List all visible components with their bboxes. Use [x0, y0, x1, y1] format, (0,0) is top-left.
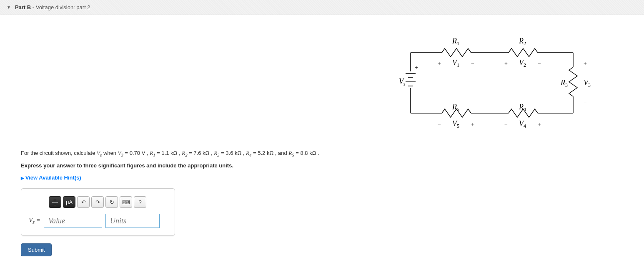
circuit-diagram: Vs + R1 + V1 − R2 + V2 − R3 V3 + − R4 −: [394, 28, 602, 136]
svg-text:Vs: Vs: [399, 77, 406, 87]
submit-button[interactable]: Submit: [21, 243, 52, 256]
svg-text:+: +: [471, 121, 474, 127]
caret-down-icon: ▼: [7, 5, 11, 10]
express-instruction: Express your answer to three significant…: [21, 162, 233, 169]
svg-text:V5: V5: [452, 119, 459, 129]
svg-text:+: +: [538, 121, 541, 127]
svg-text:R1: R1: [452, 37, 459, 46]
svg-text:R4: R4: [519, 103, 526, 112]
reset-icon: ↻: [110, 199, 114, 205]
svg-text:V3: V3: [584, 78, 591, 88]
svg-text:+: +: [438, 60, 441, 66]
svg-text:−: −: [471, 60, 474, 66]
svg-text:V2: V2: [519, 58, 526, 68]
problem-statement: For the circuit shown, calculate Vs when…: [21, 149, 479, 170]
value-input[interactable]: [44, 214, 102, 228]
svg-text:R5: R5: [452, 103, 459, 112]
redo-icon: ↷: [95, 199, 100, 205]
reset-button[interactable]: ↻: [105, 196, 118, 208]
keyboard-button[interactable]: ⌨: [120, 196, 132, 208]
fraction-template-button[interactable]: □ □: [49, 196, 61, 208]
svg-text:R3: R3: [560, 78, 568, 88]
part-subtitle: - Voltage division: part 2: [33, 4, 90, 10]
part-header[interactable]: ▼ Part B - Voltage division: part 2: [0, 0, 644, 15]
svg-text:+: +: [584, 60, 587, 66]
svg-text:R2: R2: [519, 37, 526, 46]
svg-text:V1: V1: [452, 58, 459, 68]
help-icon: ?: [138, 199, 141, 205]
view-hints-link[interactable]: View Available Hint(s): [21, 174, 81, 181]
units-ua-button[interactable]: μA: [63, 196, 75, 208]
help-button[interactable]: ?: [134, 196, 146, 208]
undo-button[interactable]: ↶: [77, 196, 90, 208]
svg-text:−: −: [538, 60, 541, 66]
keyboard-icon: ⌨: [122, 199, 130, 205]
undo-icon: ↶: [81, 199, 86, 205]
svg-text:−: −: [504, 121, 508, 127]
units-input[interactable]: [105, 214, 160, 228]
answer-variable-label: Vs =: [29, 217, 40, 225]
answer-box: □ □ μA ↶ ↷ ↻ ⌨ ? Vs =: [21, 188, 175, 236]
svg-text:+: +: [504, 60, 508, 66]
part-label: Part B: [15, 4, 31, 10]
svg-text:−: −: [584, 100, 587, 106]
redo-button[interactable]: ↷: [91, 196, 104, 208]
svg-text:−: −: [438, 121, 441, 127]
answer-toolbar: □ □ μA ↶ ↷ ↻ ⌨ ?: [49, 196, 167, 208]
svg-text:V4: V4: [519, 119, 526, 129]
svg-text:+: +: [415, 64, 418, 71]
